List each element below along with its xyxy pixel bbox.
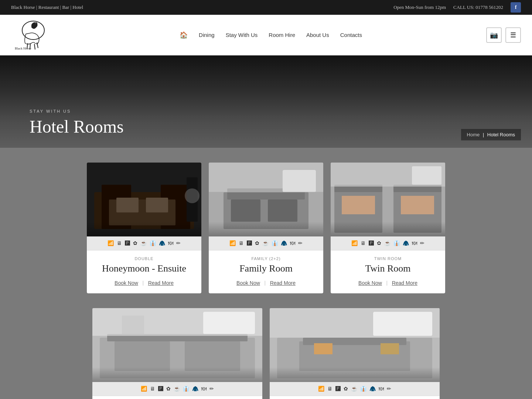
- dining-icon: 🍽: [168, 241, 173, 246]
- room-actions-twin: Book Now | Read More: [338, 280, 438, 286]
- camera-button[interactable]: 📷: [486, 27, 502, 43]
- hero-subtitle: STAY WITH US: [30, 109, 124, 113]
- dining-icon: 🍽: [379, 386, 384, 392]
- wifi-icon: 📶: [351, 240, 358, 246]
- svg-rect-32: [412, 166, 441, 185]
- amenities-bar-double: 📶 🖥 🅿 ✿ ☕ 👔 🧥 🍽 ✏: [92, 382, 262, 396]
- svg-text:Black Horse: Black Horse: [15, 47, 31, 50]
- coffee-icon: ☕: [174, 386, 180, 392]
- tv-icon: 🖥: [150, 386, 155, 392]
- svg-rect-40: [122, 316, 144, 334]
- svg-rect-29: [342, 196, 375, 214]
- book-now-twin[interactable]: Book Now: [358, 280, 382, 286]
- room-image-honeymoon: [87, 163, 201, 236]
- coffee-icon: ☕: [384, 240, 391, 246]
- nav-dining[interactable]: Dining: [199, 32, 215, 38]
- clothing-icon: 👔: [393, 240, 400, 246]
- book-now-family[interactable]: Book Now: [236, 280, 260, 286]
- hanger-icon: 🧥: [403, 240, 409, 246]
- room-card-body-honeymoon: Double Honeymoon - Ensuite Book Now | Re…: [87, 250, 201, 293]
- clothing-icon: 👔: [272, 240, 278, 246]
- room-type-honeymoon: Double: [94, 256, 194, 261]
- svg-rect-36: [185, 341, 240, 371]
- svg-rect-47: [292, 314, 321, 334]
- room-card-body-family: Family (2+2) Family Room Book Now | Read…: [209, 250, 323, 293]
- room-name-honeymoon: Honeymoon - Ensuite: [94, 263, 194, 274]
- tv-icon: 🖥: [361, 241, 366, 246]
- svg-rect-12: [146, 198, 168, 212]
- read-more-family[interactable]: Read More: [270, 280, 296, 286]
- nav-room-hire[interactable]: Room Hire: [269, 32, 295, 38]
- clothing-icon: 👔: [360, 386, 366, 392]
- separator-family: |: [265, 280, 266, 286]
- breadcrumb-current: Hotel Rooms: [487, 132, 515, 137]
- header-right: 📷 ☰: [486, 27, 521, 43]
- parking-icon: 🅿: [335, 386, 341, 392]
- breadcrumb-separator: |: [483, 132, 485, 137]
- nav-home[interactable]: 🏠: [180, 31, 188, 39]
- svg-rect-22: [283, 170, 316, 192]
- svg-rect-49: [381, 343, 399, 354]
- room-actions-family: Book Now | Read More: [216, 280, 316, 286]
- svg-line-3: [34, 44, 35, 50]
- facebook-icon[interactable]: f: [511, 2, 521, 13]
- nav-stay-with-us[interactable]: Stay With Us: [226, 32, 258, 38]
- room-image-family: [209, 163, 323, 236]
- header: Black Horse 🏠 Dining Stay With Us Room H…: [0, 15, 532, 55]
- nav-contacts[interactable]: Contacts: [340, 32, 362, 38]
- main-content: 📶 🖥 🅿 ✿ ☕ 👔 🧥 🍽 ✏ Double Honeymoon - Ens…: [0, 148, 532, 399]
- parking-icon: 🅿: [158, 386, 163, 392]
- hamburger-icon: ☰: [510, 31, 516, 39]
- svg-rect-19: [268, 200, 297, 222]
- room-card-super-king: 📶 🖥 🅿 ✿ ☕ 👔 🧥 🍽 ✏ Super King Super King …: [270, 308, 440, 399]
- book-now-honeymoon[interactable]: Book Now: [115, 280, 138, 286]
- logo-area: Black Horse: [11, 19, 55, 51]
- svg-rect-11: [116, 198, 139, 212]
- hero-title: Hotel Rooms: [30, 116, 124, 137]
- coffee-icon: ☕: [351, 386, 357, 392]
- dining-icon: 🍽: [201, 386, 207, 392]
- wifi-icon: 📶: [141, 386, 147, 392]
- svg-rect-18: [231, 200, 260, 222]
- flower-icon: ✿: [166, 386, 171, 392]
- read-more-twin[interactable]: Read More: [392, 280, 417, 286]
- svg-rect-30: [401, 196, 434, 214]
- hero-content: STAY WITH US Hotel Rooms: [0, 109, 124, 148]
- read-more-honeymoon[interactable]: Read More: [148, 280, 174, 286]
- open-hours: Open Mon-Sun from 12pm: [393, 4, 446, 10]
- breadcrumb-home[interactable]: Home: [467, 132, 480, 137]
- pen-icon: ✏: [298, 240, 303, 246]
- room-actions-honeymoon: Book Now | Read More: [94, 280, 194, 286]
- menu-button[interactable]: ☰: [505, 27, 521, 43]
- coffee-icon: ☕: [140, 240, 147, 246]
- dining-icon: 🍽: [412, 241, 417, 246]
- flower-icon: ✿: [255, 240, 259, 246]
- tv-icon: 🖥: [117, 241, 122, 246]
- room-image-double-ensuite: [92, 308, 262, 382]
- separator-twin: |: [386, 280, 388, 286]
- hanger-icon: 🧥: [369, 386, 376, 392]
- main-nav: 🏠 Dining Stay With Us Room Hire About Us…: [180, 31, 362, 39]
- nav-about-us[interactable]: About Us: [306, 32, 329, 38]
- top-bar-right: Open Mon-Sun from 12pm CALL US: 01778 56…: [393, 2, 521, 13]
- room-card-family: 📶 🖥 🅿 ✿ ☕ 👔 🧥 🍽 ✏ Family (2+2) Family Ro…: [209, 163, 323, 293]
- wifi-icon: 📶: [318, 386, 324, 392]
- hanger-icon: 🧥: [159, 240, 165, 246]
- tv-icon: 🖥: [327, 386, 332, 392]
- room-image-twin: [331, 163, 445, 236]
- clothing-icon: 👔: [150, 240, 156, 246]
- svg-rect-35: [115, 341, 170, 371]
- flower-icon: ✿: [344, 386, 348, 392]
- pen-icon: ✏: [387, 386, 391, 392]
- room-name-family: Family Room: [216, 263, 316, 274]
- room-image-super-king: [270, 308, 440, 382]
- svg-rect-39: [203, 312, 255, 334]
- svg-rect-46: [373, 312, 432, 336]
- site-name: Black Horse | Restaurant | Bar | Hotel: [11, 4, 83, 10]
- room-card-double-ensuite: 📶 🖥 🅿 ✿ ☕ 👔 🧥 🍽 ✏ Double Double - Ensuit…: [92, 308, 262, 399]
- camera-icon: 📷: [490, 31, 498, 39]
- flower-icon: ✿: [133, 240, 137, 246]
- coffee-icon: ☕: [262, 240, 269, 246]
- hanger-icon: 🧥: [281, 240, 287, 246]
- room-type-family: Family (2+2): [216, 256, 316, 261]
